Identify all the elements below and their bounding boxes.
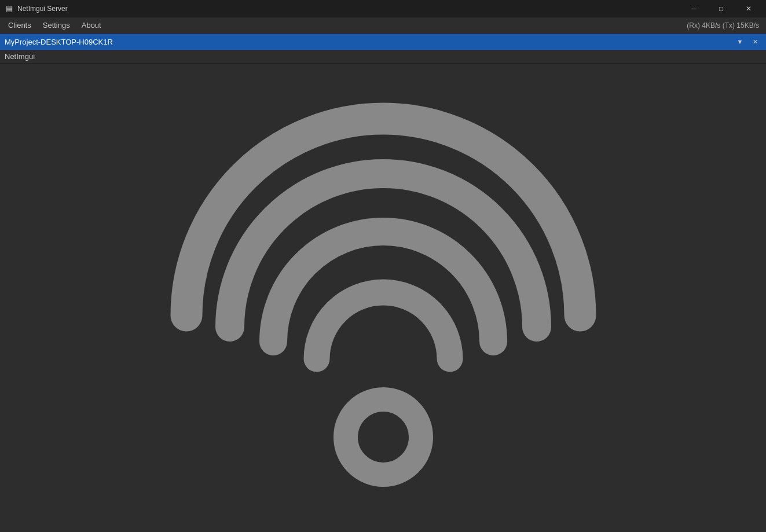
menu-bar: Clients Settings About (Rx) 4KB/s (Tx) 1… [0, 17, 766, 34]
menu-item-clients[interactable]: Clients [2, 19, 37, 32]
close-button[interactable]: ✕ [735, 0, 761, 17]
client-panel-controls: ▼ ✕ [734, 36, 761, 47]
title-bar: ▤ NetImgui Server ─ □ ✕ [0, 0, 766, 17]
filter-button[interactable]: ▼ [734, 36, 746, 47]
svg-point-0 [346, 399, 421, 475]
main-content [0, 64, 766, 532]
menu-item-about[interactable]: About [76, 19, 107, 32]
wifi-icon-container [0, 64, 766, 532]
title-bar-controls: ─ □ ✕ [681, 0, 761, 17]
maximize-button[interactable]: □ [708, 0, 734, 17]
client-sub-header: NetImgui [0, 50, 766, 64]
title-bar-title: NetImgui Server [17, 5, 68, 13]
panel-close-button[interactable]: ✕ [749, 36, 761, 47]
title-bar-left: ▤ NetImgui Server [5, 4, 68, 13]
network-status: (Rx) 4KB/s (Tx) 15KB/s [687, 21, 764, 30]
client-sub-title: NetImgui [5, 52, 35, 61]
client-panel-title: MyProject-DESKTOP-H09CK1R [5, 38, 734, 46]
minimize-button[interactable]: ─ [681, 0, 707, 17]
client-panel-header: MyProject-DESKTOP-H09CK1R ▼ ✕ [0, 34, 766, 50]
app-icon: ▤ [5, 4, 14, 13]
menu-item-settings[interactable]: Settings [37, 19, 76, 32]
wifi-icon [152, 101, 615, 495]
